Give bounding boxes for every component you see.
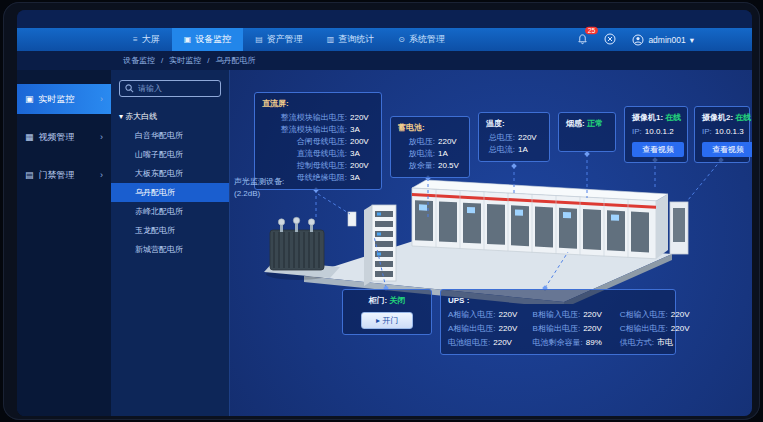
metric-label: A相输入电压: (448, 309, 496, 321)
tree-item-station[interactable]: 山嘴子配电所 (111, 145, 229, 164)
tree-root-line[interactable]: ▾ 赤大白线 (111, 107, 229, 126)
sidebar-item-label: 门禁管理 (39, 169, 75, 182)
metric-value: 200V (350, 160, 374, 172)
metric-value: 220V (518, 132, 542, 144)
tab-label: 查询统计 (338, 33, 374, 46)
sidebar-item-realtime-monitor[interactable]: ▣ 实时监控 › (17, 84, 111, 114)
metric-label: A相输出电压: (448, 323, 496, 335)
tree-item-station[interactable]: 大板东配电所 (111, 164, 229, 183)
temperature-panel: 温度: 总电压:220V 总电流:1A (478, 112, 550, 162)
tab-label: 大屏 (142, 33, 160, 46)
chevron-down-icon: ▾ (690, 35, 694, 45)
sound-monitor-label: 声光监测设备: (2.2dB) (234, 176, 284, 200)
tab-label: 系统管理 (409, 33, 445, 46)
battery-panel: 蓄电池: 放电压:220V 放电流:1A 放余量:20.5V (390, 116, 470, 178)
metric-label: C相输入电压: (620, 309, 668, 321)
breadcrumb-item[interactable]: 实时监控 (169, 55, 201, 66)
breadcrumb-item[interactable]: 设备监控 (123, 55, 155, 66)
metric-value: 3A (350, 172, 374, 184)
fullscreen-button[interactable] (604, 31, 616, 49)
station-tree-panel: ▾ 赤大白线 白音华配电所 山嘴子配电所 大板东配电所 乌丹配电所 赤峰北配电所… (111, 70, 230, 416)
metric-label: 整流模块输出电压: (262, 112, 347, 124)
ups-panel: UPS : A相输入电压:220V B相输入电压:220V C相输入电压:220… (440, 289, 676, 355)
user-menu[interactable]: admin001 ▾ (632, 34, 694, 46)
sidebar-item-access-control[interactable]: ▤ 门禁管理 › (17, 160, 111, 190)
sound-monitor-value: (2.2dB) (234, 188, 284, 200)
metric-value: 1A (518, 144, 542, 156)
metric-value: 3A (350, 148, 374, 160)
view-video-button[interactable]: 查看视频 (632, 142, 684, 157)
tree-search[interactable] (119, 80, 221, 97)
monitor-icon: ▣ (184, 35, 192, 44)
metric-label: 整流模块输出电流: (262, 124, 347, 136)
tree-expand-icon: ▾ (119, 112, 123, 121)
metric-label: C相输出电压: (620, 323, 668, 335)
ups-metrics-grid: A相输入电压:220V B相输入电压:220V C相输入电压:220V A相输出… (448, 309, 668, 349)
device-frame: ≡大屏 ▣设备监控 ▤资产管理 ▥查询统计 ⊙系统管理 25 admin001 … (3, 2, 760, 420)
sidebar-item-label: 视频管理 (39, 131, 75, 144)
app-window: ≡大屏 ▣设备监控 ▤资产管理 ▥查询统计 ⊙系统管理 25 admin001 … (17, 10, 752, 416)
tree-item-station-selected[interactable]: 乌丹配电所 (111, 183, 229, 202)
metric-value: 220V (499, 309, 523, 321)
sound-monitor-name: 声光监测设备: (234, 176, 284, 188)
metric-label: 控制母线电压: (262, 160, 347, 172)
tab-dashboard[interactable]: ≡大屏 (121, 28, 172, 51)
panel-title: 温度: (486, 118, 542, 130)
screen-icon: ≡ (133, 35, 138, 44)
stats-icon: ▥ (327, 35, 335, 44)
tree-root-label: 赤大白线 (125, 112, 157, 121)
station-tree: ▾ 赤大白线 白音华配电所 山嘴子配电所 大板东配电所 乌丹配电所 赤峰北配电所… (111, 107, 229, 259)
panel-title: 直流屏: (262, 98, 374, 110)
sidebar-item-video-management[interactable]: ▦ 视频管理 › (17, 122, 111, 152)
breadcrumb: 设备监控 / 实时监控 / 乌丹配电所 (17, 51, 752, 70)
panel-title: 摄像机1: 在线 (632, 112, 680, 124)
title-strip (17, 10, 752, 28)
ip-label: IP: (702, 126, 712, 138)
tab-label: 设备监控 (195, 33, 231, 46)
search-icon (125, 84, 134, 93)
metric-value: 20.5V (438, 160, 462, 172)
chevron-right-icon: › (100, 94, 103, 104)
metric-label: 放电压: (398, 136, 435, 148)
avatar-icon (632, 34, 644, 46)
search-input[interactable] (138, 84, 215, 93)
metric-value: 89% (586, 337, 610, 349)
status-badge: 在线 (665, 113, 681, 122)
status-badge: 在线 (735, 113, 751, 122)
tab-system-management[interactable]: ⊙系统管理 (386, 28, 457, 51)
view-video-button[interactable]: 查看视频 (702, 142, 752, 157)
top-navbar: ≡大屏 ▣设备监控 ▤资产管理 ▥查询统计 ⊙系统管理 25 admin001 … (17, 28, 752, 51)
metric-value: 220V (493, 337, 517, 349)
gear-icon: ⊙ (398, 35, 405, 44)
metric-value: 220V (438, 136, 462, 148)
open-door-button[interactable]: ▸ 开门 (361, 312, 413, 329)
metric-value: 市电 (657, 337, 681, 349)
tree-item-station[interactable]: 新城营配电所 (111, 240, 229, 259)
tree-item-station[interactable]: 玉龙配电所 (111, 221, 229, 240)
tab-asset-management[interactable]: ▤资产管理 (243, 28, 315, 51)
metric-label: B相输出电压: (533, 323, 581, 335)
door-icon: ▤ (25, 170, 34, 180)
cabinet-door-panel: 柜门: 关闭 ▸ 开门 (342, 289, 432, 335)
metric-value: 220V (583, 309, 607, 321)
tab-query-statistics[interactable]: ▥查询统计 (315, 28, 387, 51)
breadcrumb-item: 乌丹配电所 (215, 55, 255, 66)
video-icon: ▦ (25, 132, 34, 142)
fullscreen-icon (604, 33, 616, 45)
metric-label: 直流母线电流: (262, 148, 347, 160)
panel-title: UPS : (448, 295, 668, 307)
tree-item-station[interactable]: 白音华配电所 (111, 126, 229, 145)
monitor-icon: ▣ (25, 94, 34, 104)
tree-item-station[interactable]: 赤峰北配电所 (111, 202, 229, 221)
open-door-icon: ▸ (376, 316, 380, 325)
notification-bell[interactable]: 25 (577, 31, 588, 49)
chevron-right-icon: › (100, 170, 103, 180)
metric-label: B相输入电压: (533, 309, 581, 321)
camera1-panel: 摄像机1: 在线 IP:10.0.1.2 查看视频 (624, 106, 688, 163)
left-sidebar: ▣ 实时监控 › ▦ 视频管理 › ▤ 门禁管理 › (17, 70, 111, 416)
metric-label: 电池剩余容量: (533, 337, 583, 349)
camera2-panel: 摄像机2: 在线 IP:10.0.1.3 查看视频 (694, 106, 750, 163)
tab-device-monitor[interactable]: ▣设备监控 (172, 28, 244, 51)
smoke-sensor-panel: 烟感: 正常 (558, 112, 616, 152)
tab-label: 资产管理 (267, 33, 303, 46)
